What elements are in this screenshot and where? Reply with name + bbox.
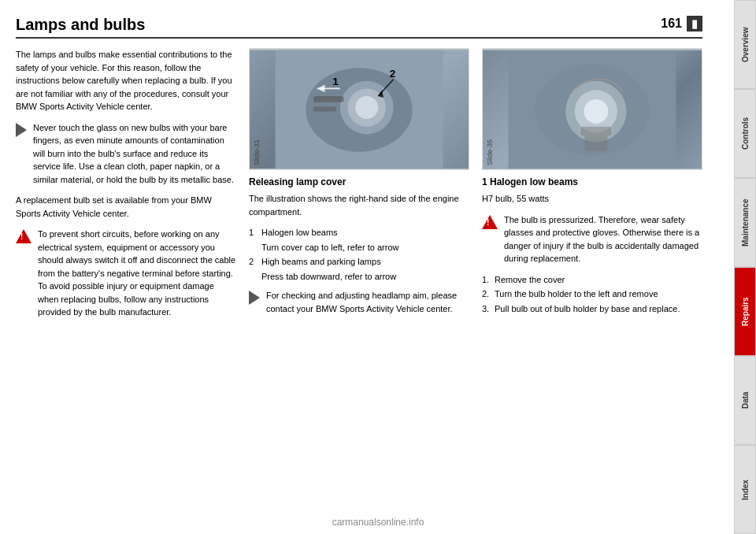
center-column: 1 2 Slide-31 Releasing lamp cover The il… (249, 48, 469, 327)
halogen-subheading: H7 bulb, 55 watts (482, 192, 702, 206)
warning1-box: To prevent short circuits, before workin… (16, 228, 236, 319)
right-steps-list: 1. Remove the cover 2. Turn the bulb hol… (482, 273, 702, 316)
left-column: The lamps and bulbs make essential contr… (16, 48, 236, 327)
list-num-2: 2 (249, 255, 254, 269)
list-subtext-2: Press tab downward, refer to arrow (249, 270, 469, 284)
right-warning-box: The bulb is pressurized. Therefore, wear… (482, 213, 702, 265)
content-columns: The lamps and bulbs make essential contr… (16, 48, 702, 327)
list-item-1-text: Halogen low beams (261, 228, 338, 237)
sidebar-tab-overview[interactable]: Overview (734, 0, 756, 89)
right-column: Slide-35 1 Halogen low beams H7 bulb, 55… (482, 48, 702, 327)
step-num-2: 2. (482, 287, 489, 301)
page-header: Lamps and bulbs 161 ▮ (16, 16, 702, 39)
svg-rect-5 (313, 96, 344, 102)
center-description: The illustration shows the right-hand si… (249, 192, 469, 218)
triangle-icon-right (482, 215, 498, 229)
page-container: Lamps and bulbs 161 ▮ The lamps and bulb… (0, 0, 756, 534)
step-num-1: 1. (482, 273, 489, 287)
releasing-lamp-heading: Releasing lamp cover (249, 176, 469, 187)
sidebar-tab-data[interactable]: Data (734, 356, 756, 445)
center-note-box: For checking and adjusting headlamp aim,… (249, 289, 469, 315)
svg-rect-18 (580, 126, 611, 135)
page-title: Lamps and bulbs (16, 16, 145, 34)
page-number-box: ▮ (687, 16, 702, 32)
sidebar: Overview Controls Maintenance Repairs Da… (734, 0, 756, 534)
svg-point-4 (355, 96, 378, 119)
svg-rect-6 (313, 106, 336, 111)
lamp-image-svg: 1 2 Slide-31 (250, 50, 469, 169)
svg-text:2: 2 (390, 67, 396, 79)
list-item-2-text: High beams and parking lamps (261, 257, 381, 266)
lamp-cover-image: 1 2 Slide-31 (249, 48, 469, 170)
sidebar-tab-index[interactable]: Index (734, 445, 756, 534)
list-item-2: 2 High beams and parking lamps (249, 255, 469, 269)
halogen-heading: 1 Halogen low beams (482, 176, 702, 187)
svg-text:1: 1 (332, 75, 339, 87)
sidebar-tab-controls[interactable]: Controls (734, 89, 756, 178)
list-item-1: 1 Halogen low beams (249, 226, 469, 239)
step-3: 3. Pull bulb out of bulb holder by base … (482, 302, 702, 316)
list-num-1: 1 (249, 226, 254, 239)
page-number-value: 161 (661, 17, 682, 31)
arrow-icon-1 (16, 123, 27, 137)
center-list: 1 Halogen low beams Turn cover cap to le… (249, 226, 469, 283)
sidebar-tab-repairs[interactable]: Repairs (734, 267, 756, 356)
note1-text: Never touch the glass on new bulbs with … (33, 121, 236, 187)
center-note-text: For checking and adjusting headlamp aim,… (266, 289, 469, 315)
step-1-text: Remove the cover (495, 275, 565, 284)
center-image-label: Slide-31 (253, 139, 261, 165)
step-3-text: Pull bulb out of bulb holder by base and… (495, 304, 680, 313)
list-subtext-1: Turn cover cap to left, refer to arrow (249, 241, 469, 254)
step-2: 2. Turn the bulb holder to the left and … (482, 287, 702, 301)
replacement-text: A replacement bulb set is available from… (16, 194, 236, 220)
main-content: Lamps and bulbs 161 ▮ The lamps and bulb… (0, 0, 734, 534)
step-num-3: 3. (482, 302, 489, 316)
note1-box: Never touch the glass on new bulbs with … (16, 121, 236, 187)
svg-point-17 (584, 98, 608, 123)
page-number: 161 ▮ (661, 16, 702, 32)
sidebar-tab-maintenance[interactable]: Maintenance (734, 178, 756, 267)
arrow-icon-center (249, 291, 260, 305)
right-image-label: Slide-35 (486, 139, 494, 165)
watermark: carmanualsonline.info (332, 517, 424, 528)
triangle-icon-1 (16, 229, 32, 243)
step-1: 1. Remove the cover (482, 273, 702, 287)
halogen-image-svg: Slide-35 (483, 50, 702, 169)
halogen-image: Slide-35 (482, 48, 702, 170)
step-2-text: Turn the bulb holder to the left and rem… (495, 289, 658, 299)
right-warning-text: The bulb is pressurized. Therefore, wear… (504, 213, 702, 265)
warning1-text: To prevent short circuits, before workin… (38, 228, 236, 319)
svg-rect-19 (584, 135, 607, 150)
intro-text: The lamps and bulbs make essential contr… (16, 48, 236, 113)
